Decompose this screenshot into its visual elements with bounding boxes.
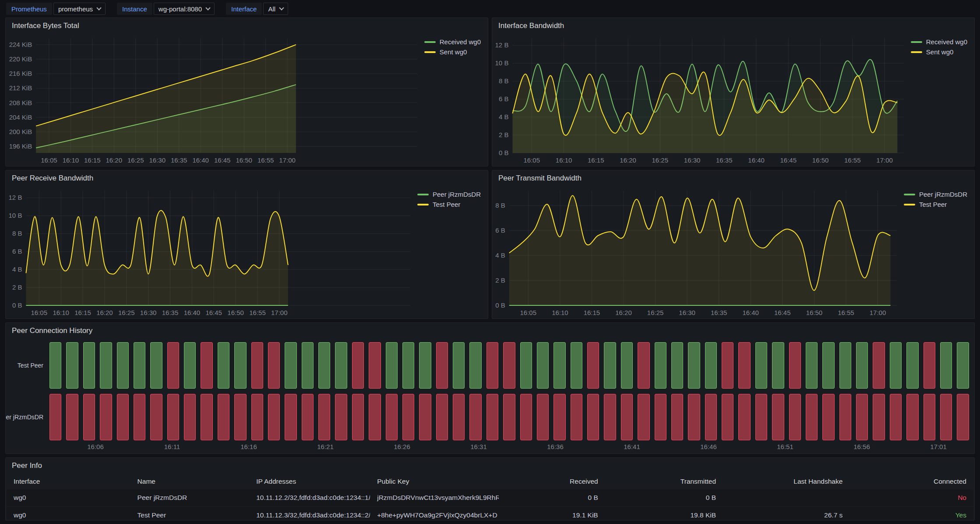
column-header-interface[interactable]: Interface <box>7 474 130 489</box>
variable-prometheus-dropdown[interactable]: prometheus <box>53 3 106 15</box>
panel-header-interface-bandwidth[interactable]: Interface Bandwidth <box>492 18 974 34</box>
series-color-swatch <box>904 194 915 195</box>
state-bar-connected <box>671 342 683 389</box>
x-tick-label: 16:50 <box>236 156 252 164</box>
line-chart-svg: 0 B2 B4 B6 B8 B10 B12 B16:0516:1016:1516… <box>6 186 413 319</box>
column-header-connected[interactable]: Connected <box>850 474 973 489</box>
cell-last-handshake: 26.7 s <box>723 506 850 520</box>
peer-receive-bandwidth-chart[interactable]: 0 B2 B4 B6 B8 B10 B12 B16:0516:1016:1516… <box>6 186 413 319</box>
state-bar-disconnected <box>772 394 784 440</box>
table-row[interactable]: wg0Test Peer10.11.12.3/32,fdfd:d3ad:c0de… <box>7 506 973 520</box>
legend-item[interactable]: Received wg0 <box>424 38 481 46</box>
state-bar-connected <box>469 342 481 389</box>
column-header-received[interactable]: Received <box>499 474 605 489</box>
state-bar-connected <box>553 342 565 389</box>
panel-header-peer-connection-history[interactable]: Peer Connection History <box>6 323 974 339</box>
x-tick-label: 16:10 <box>63 156 79 164</box>
state-bar-disconnected <box>856 394 868 440</box>
interface-bytes-total-chart[interactable]: 196 KiB200 KiB204 KiB208 KiB212 KiB216 K… <box>6 34 420 166</box>
legend-label: Peer jRzmDsDR <box>433 191 481 198</box>
x-tick-label: 17:00 <box>271 309 288 316</box>
state-bar-disconnected <box>268 342 280 389</box>
state-bar-disconnected <box>335 394 347 440</box>
legend-label: Sent wg0 <box>926 48 954 56</box>
timeline-tick-label: 16:06 <box>87 443 104 450</box>
legend-label: Test Peer <box>433 201 460 208</box>
cell-public-key: +8he+pyWH7Oa9g2FVjIxQzy04brLX+D <box>370 506 499 520</box>
state-bar-disconnected <box>66 394 78 440</box>
cell-ip-addresses: 10.11.12.3/32,fdfd:d3ad:c0de:1234::2/128 <box>249 506 370 520</box>
x-tick-label: 16:10 <box>556 156 572 164</box>
column-header-ip-addresses[interactable]: IP Addresses <box>249 474 370 489</box>
y-tick-label: 8 B <box>12 230 22 237</box>
state-bar-disconnected <box>184 394 196 440</box>
state-bar-disconnected <box>402 394 414 440</box>
state-bar-disconnected <box>537 394 549 440</box>
state-bar-disconnected <box>469 394 481 440</box>
x-tick-label: 16:15 <box>588 156 604 164</box>
variable-instance: Instance wg-portal:8080 <box>117 3 215 15</box>
state-bar-connected <box>537 342 549 389</box>
timeline-tick-label: 16:11 <box>164 443 180 450</box>
legend-item[interactable]: Test Peer <box>904 201 947 208</box>
column-header-transmitted[interactable]: Transmitted <box>605 474 723 489</box>
variable-instance-dropdown[interactable]: wg-portal:8080 <box>154 3 215 15</box>
cell-interface: wg0 <box>7 506 130 520</box>
state-bar-disconnected <box>150 394 162 440</box>
legend-item[interactable]: Sent wg0 <box>911 48 954 56</box>
state-bar-connected <box>419 342 431 389</box>
variable-interface-dropdown[interactable]: All <box>263 3 288 15</box>
x-tick-label: 16:25 <box>647 309 664 316</box>
state-bar-disconnected <box>890 394 902 440</box>
timeline-bars[interactable] <box>49 342 969 389</box>
y-tick-label: 4 B <box>495 251 505 259</box>
timeline-bars[interactable] <box>49 394 969 440</box>
state-bar-connected <box>335 342 347 389</box>
legend-label: Test Peer <box>919 201 947 208</box>
legend-item[interactable]: Test Peer <box>417 201 460 208</box>
line-chart-svg: 0 B2 B4 B6 B8 B16:0516:1016:1516:2016:25… <box>492 186 899 319</box>
y-tick-label: 12 B <box>495 41 509 49</box>
legend-item[interactable]: Peer jRzmDsDR <box>417 191 481 198</box>
x-tick-label: 16:45 <box>780 156 797 164</box>
cell-transmitted: 19.8 KiB <box>605 506 723 520</box>
column-header-last-handshake[interactable]: Last Handshake <box>723 474 850 489</box>
panel-title: Peer Connection History <box>12 326 92 335</box>
line-chart-svg: 196 KiB200 KiB204 KiB208 KiB212 KiB216 K… <box>6 34 420 166</box>
x-tick-label: 16:55 <box>249 309 266 316</box>
state-bar-disconnected <box>587 342 599 389</box>
peer-connection-timeline[interactable]: Test PeerPeer jRzmDsDR 16:0616:1116:1616… <box>6 339 974 453</box>
state-bar-disconnected <box>318 394 330 440</box>
legend-item[interactable]: Sent wg0 <box>424 48 467 56</box>
state-bar-disconnected <box>268 394 280 440</box>
column-header-public-key[interactable]: Public Key <box>370 474 499 489</box>
legend-item[interactable]: Peer jRzmDsDR <box>904 191 967 198</box>
legend-item[interactable]: Received wg0 <box>911 38 967 46</box>
state-bar-disconnected <box>940 394 952 440</box>
panel-header-interface-bytes-total[interactable]: Interface Bytes Total <box>6 18 488 34</box>
panel-header-peer-receive-bandwidth[interactable]: Peer Receive Bandwidth <box>6 170 488 186</box>
y-tick-label: 0 B <box>495 301 505 309</box>
column-header-name[interactable]: Name <box>130 474 250 489</box>
legend-label: Peer jRzmDsDR <box>919 191 967 198</box>
state-bar-disconnected <box>117 394 129 440</box>
peer-transmit-bandwidth-chart[interactable]: 0 B2 B4 B6 B8 B16:0516:1016:1516:2016:25… <box>492 186 899 319</box>
panel-header-peer-transmit-bandwidth[interactable]: Peer Transmit Bandwidth <box>492 170 974 186</box>
x-tick-label: 16:40 <box>748 156 765 164</box>
x-tick-label: 16:05 <box>41 156 57 164</box>
cell-transmitted: 0 B <box>605 489 723 506</box>
y-tick-label: 200 KiB <box>9 128 32 135</box>
y-tick-label: 8 B <box>499 77 509 85</box>
panel-header-peer-info[interactable]: Peer Info <box>6 458 974 474</box>
timeline-tick-label: 17:01 <box>930 443 947 450</box>
cell-public-key: jRzmDsDRVnwCt13vsyamXherk9L9RhR <box>370 489 499 506</box>
series-fill <box>26 210 288 305</box>
state-bar-disconnected <box>201 342 212 389</box>
state-bar-disconnected <box>251 342 263 389</box>
table-row[interactable]: wg0Peer jRzmDsDR10.11.12.2/32,fdfd:d3ad:… <box>7 489 973 506</box>
interface-bandwidth-chart[interactable]: 0 B2 B4 B6 B8 B10 B12 B16:0516:1016:1516… <box>492 34 906 166</box>
x-tick-label: 16:45 <box>214 156 231 164</box>
state-bar-connected <box>100 342 112 389</box>
state-bar-disconnected <box>638 342 649 389</box>
state-bar-connected <box>150 342 162 389</box>
